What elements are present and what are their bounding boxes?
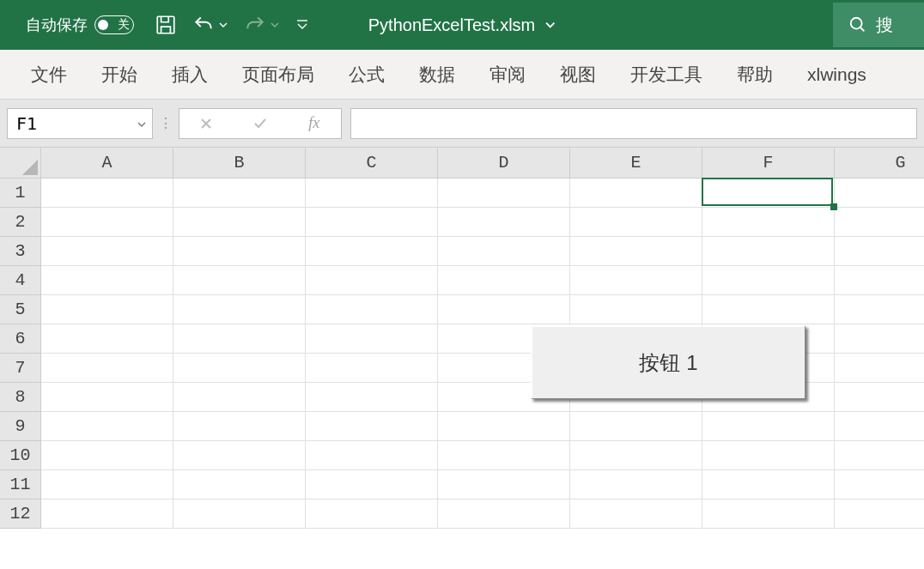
cell[interactable] (306, 499, 438, 529)
ribbon-tab[interactable]: 开发工具 (613, 50, 720, 100)
cell[interactable] (173, 499, 306, 529)
column-header[interactable]: F (702, 148, 835, 179)
row-header[interactable]: 6 (0, 324, 41, 354)
column-header[interactable]: E (570, 148, 702, 179)
cell[interactable] (173, 441, 306, 470)
row-header[interactable]: 9 (0, 412, 41, 441)
cell[interactable] (570, 295, 702, 324)
select-all-button[interactable] (0, 148, 41, 179)
cell[interactable] (173, 324, 306, 354)
save-button[interactable] (155, 14, 177, 36)
cell[interactable] (306, 383, 438, 412)
ribbon-tab[interactable]: 帮助 (720, 50, 790, 100)
cell[interactable] (570, 441, 702, 470)
ribbon-tab[interactable]: 公式 (331, 50, 402, 100)
cell[interactable] (306, 295, 438, 324)
cell[interactable] (41, 412, 173, 441)
cell[interactable] (438, 208, 570, 237)
cell[interactable] (41, 237, 173, 266)
ribbon-tab[interactable]: xlwings (790, 50, 884, 100)
ribbon-tab[interactable]: 视图 (543, 50, 613, 100)
cell[interactable] (306, 441, 438, 470)
cell[interactable] (702, 266, 835, 295)
cell[interactable] (702, 412, 835, 441)
cell[interactable] (438, 237, 570, 266)
cell[interactable] (702, 295, 835, 324)
ribbon-tab[interactable]: 数据 (402, 50, 472, 100)
cell[interactable] (835, 499, 924, 529)
cell[interactable] (306, 354, 438, 383)
cell[interactable] (702, 441, 835, 470)
cell[interactable] (438, 470, 570, 499)
cell[interactable] (438, 266, 570, 295)
cell[interactable] (173, 266, 306, 295)
cell[interactable] (41, 324, 173, 354)
name-box[interactable]: F1 (7, 108, 153, 139)
formula-input[interactable] (350, 108, 917, 139)
cell[interactable] (835, 324, 924, 354)
cell[interactable] (438, 179, 570, 208)
cell[interactable] (41, 208, 173, 237)
cell[interactable] (570, 470, 702, 499)
column-header[interactable]: G (835, 148, 924, 179)
cell[interactable] (173, 470, 306, 499)
cell[interactable] (438, 295, 570, 324)
cell[interactable] (570, 237, 702, 266)
search-box[interactable]: 搜 (833, 3, 924, 47)
cell[interactable] (306, 266, 438, 295)
cell[interactable] (570, 266, 702, 295)
cell[interactable] (835, 354, 924, 383)
column-header[interactable]: C (306, 148, 438, 179)
cell[interactable] (570, 208, 702, 237)
cell[interactable] (41, 441, 173, 470)
cell[interactable] (306, 237, 438, 266)
cell[interactable] (306, 179, 438, 208)
redo-button[interactable] (244, 14, 280, 36)
row-header[interactable]: 8 (0, 383, 41, 412)
cell[interactable] (41, 179, 173, 208)
cell[interactable] (41, 295, 173, 324)
cell[interactable] (835, 266, 924, 295)
cell[interactable] (570, 499, 702, 529)
cell[interactable] (41, 383, 173, 412)
cell[interactable] (438, 412, 570, 441)
cell[interactable] (173, 354, 306, 383)
cell[interactable] (438, 499, 570, 529)
insert-function-button[interactable]: fx (299, 114, 330, 132)
row-header[interactable]: 12 (0, 499, 41, 529)
cell[interactable] (41, 499, 173, 529)
enter-formula-button[interactable] (245, 116, 276, 131)
cell[interactable] (306, 208, 438, 237)
cell[interactable] (173, 208, 306, 237)
cell[interactable] (835, 441, 924, 470)
cell[interactable] (173, 412, 306, 441)
row-header[interactable]: 11 (0, 470, 41, 499)
cell[interactable] (306, 412, 438, 441)
customize-qat-button[interactable] (295, 18, 309, 32)
cell[interactable] (306, 324, 438, 354)
cell[interactable] (173, 295, 306, 324)
cell[interactable] (173, 237, 306, 266)
undo-button[interactable] (192, 14, 228, 36)
ribbon-tab[interactable]: 页面布局 (225, 50, 331, 100)
ribbon-tab[interactable]: 开始 (84, 50, 155, 100)
cell[interactable] (306, 470, 438, 499)
row-header[interactable]: 10 (0, 441, 41, 470)
form-control-button[interactable]: 按钮 1 (531, 325, 805, 399)
cell[interactable] (41, 266, 173, 295)
filename-caret[interactable] (544, 19, 556, 31)
name-box-caret[interactable] (137, 113, 147, 134)
cell[interactable] (570, 412, 702, 441)
cell[interactable] (835, 412, 924, 441)
column-header[interactable]: D (438, 148, 570, 179)
cell[interactable] (835, 179, 924, 208)
cell[interactable] (702, 179, 835, 208)
cell[interactable] (835, 295, 924, 324)
cell[interactable] (702, 208, 835, 237)
cell[interactable] (438, 441, 570, 470)
cell[interactable] (702, 470, 835, 499)
cell[interactable] (41, 354, 173, 383)
fill-handle[interactable] (830, 203, 837, 210)
row-header[interactable]: 4 (0, 266, 41, 295)
row-header[interactable]: 7 (0, 354, 41, 383)
